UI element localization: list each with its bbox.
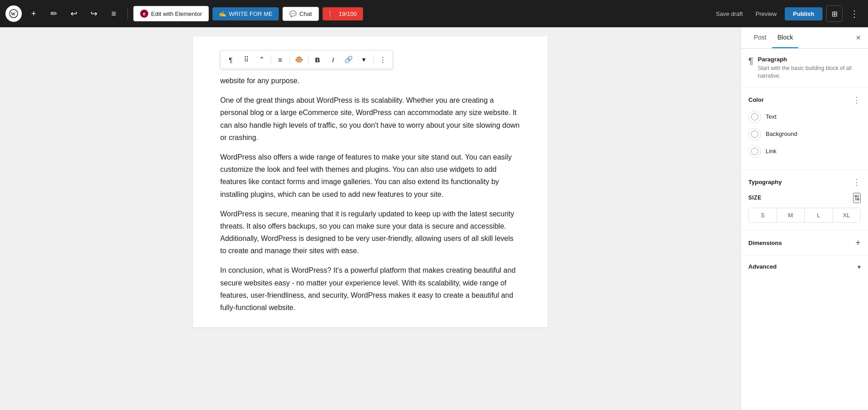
move-up-button[interactable]: ⌃ — [254, 52, 269, 67]
color-section-header: Color ⋮ — [748, 95, 861, 105]
text-color-circle[interactable] — [748, 110, 761, 123]
size-label: SIZE — [748, 195, 762, 201]
editor-area[interactable]: ¶ ⠿ ⌃ ≡ 🐵 B I 🔗 ▾ ⋮ website for any purp… — [0, 27, 741, 410]
typography-section-title: Typography — [748, 179, 782, 185]
typography-section: Typography ⋮ SIZE ⇅ S M L XL — [741, 170, 868, 230]
svg-text:W: W — [11, 11, 15, 16]
paragraph-4: In conclusion, what is WordPress? It's a… — [220, 264, 520, 314]
add-block-button[interactable]: + — [25, 5, 42, 22]
more-block-options-button[interactable]: ⋮ — [375, 52, 390, 67]
background-color-circle[interactable] — [748, 128, 761, 140]
color-more-button[interactable]: ⋮ — [853, 95, 861, 105]
counter-label: 19/100 — [339, 10, 357, 17]
avatar-button[interactable]: 🐵 — [292, 52, 306, 67]
paragraph-block-info: ¶ Paragraph Start with the basic buildin… — [748, 56, 861, 80]
italic-button[interactable]: I — [326, 52, 340, 67]
link-color-inner — [751, 148, 758, 155]
main-area: ¶ ⠿ ⌃ ≡ 🐵 B I 🔗 ▾ ⋮ website for any purp… — [0, 27, 868, 410]
link-color-option[interactable]: Link — [748, 145, 861, 158]
editor-content[interactable]: website for any purpose. One of the grea… — [220, 75, 520, 314]
drag-handle-button[interactable]: ⠿ — [239, 52, 253, 67]
block-toolbar: ¶ ⠿ ⌃ ≡ 🐵 B I 🔗 ▾ ⋮ — [220, 50, 393, 69]
text-color-inner — [751, 113, 758, 120]
size-buttons: S M L XL — [748, 208, 861, 223]
paragraph-block-desc: Start with the basic building block of a… — [758, 65, 861, 80]
typography-more-button[interactable]: ⋮ — [853, 177, 861, 187]
italic-icon: I — [332, 56, 334, 64]
dimensions-header: Dimensions + — [748, 238, 861, 248]
size-m-button[interactable]: M — [777, 208, 805, 222]
size-controls-icon[interactable]: ⇅ — [853, 193, 861, 203]
view-toggle-button[interactable]: ⊞ — [826, 5, 843, 22]
align-button[interactable]: ≡ — [273, 52, 288, 67]
link-button[interactable]: 🔗 — [341, 52, 356, 67]
paragraph-type-button[interactable]: ¶ — [223, 52, 238, 67]
tab-post[interactable]: Post — [748, 27, 772, 48]
text-color-label: Text — [766, 113, 777, 120]
toolbar-sep-3 — [308, 55, 308, 64]
dropdown-button[interactable]: ▾ — [357, 52, 371, 67]
list-view-button[interactable]: ≡ — [106, 5, 122, 22]
size-xl-button[interactable]: XL — [833, 208, 861, 222]
background-color-inner — [751, 130, 758, 138]
paragraph-block-icon: ¶ — [748, 56, 753, 66]
dimensions-title: Dimensions — [748, 240, 782, 246]
redo-button[interactable]: ↪ — [86, 5, 102, 22]
dimensions-add-button[interactable]: + — [855, 238, 861, 248]
top-toolbar: W + ✏ ↩ ↪ ≡ e Edit with Elementor ✍ WRIT… — [0, 0, 868, 27]
publish-button[interactable]: Publish — [785, 7, 823, 20]
background-color-label: Background — [766, 130, 797, 137]
pencil-button[interactable]: ✏ — [45, 5, 62, 22]
paragraph-0: website for any purpose. — [220, 75, 520, 87]
more-options-button[interactable]: ⋮ — [846, 5, 863, 22]
editor-canvas: ¶ ⠿ ⌃ ≡ 🐵 B I 🔗 ▾ ⋮ website for any purp… — [193, 36, 548, 327]
undo-button[interactable]: ↩ — [66, 5, 82, 22]
background-color-option[interactable]: Background — [748, 128, 861, 140]
write-for-me-button[interactable]: ✍ WRITE FOR ME — [212, 7, 279, 20]
paragraph-block-section: ¶ Paragraph Start with the basic buildin… — [741, 49, 868, 88]
size-l-button[interactable]: L — [805, 208, 833, 222]
advanced-chevron-icon: ▾ — [858, 263, 861, 270]
flag-icon: 🚩 — [329, 10, 336, 17]
sidebar-close-button[interactable]: × — [856, 27, 861, 48]
sidebar: Post Block × ¶ Paragraph Start with the … — [741, 27, 868, 410]
edit-with-elementor-button[interactable]: e Edit with Elementor — [133, 6, 209, 21]
bold-button[interactable]: B — [310, 52, 325, 67]
toolbar-sep-2 — [289, 55, 290, 64]
typography-section-header: Typography ⋮ — [748, 177, 861, 187]
toolbar-sep-1 — [271, 55, 271, 64]
toolbar-separator-1 — [127, 8, 128, 19]
color-section: Color ⋮ Text Background Link — [741, 88, 868, 170]
link-color-label: Link — [766, 148, 777, 155]
color-section-title: Color — [748, 96, 764, 103]
advanced-section: Advanced ▾ — [741, 256, 868, 278]
save-draft-button[interactable]: Save draft — [712, 7, 747, 20]
size-s-button[interactable]: S — [749, 208, 777, 222]
paragraph-3: WordPress is secure, meaning that it is … — [220, 208, 520, 257]
advanced-header[interactable]: Advanced ▾ — [748, 263, 861, 270]
paragraph-2: WordPress also offers a wide range of fe… — [220, 151, 520, 200]
chat-button[interactable]: 💬 Chat — [283, 7, 318, 21]
write-button-label: WRITE FOR ME — [229, 10, 273, 17]
text-color-option[interactable]: Text — [748, 110, 861, 123]
chat-icon: 💬 — [289, 10, 297, 17]
paragraph-block-title: Paragraph — [758, 56, 861, 63]
link-color-circle[interactable] — [748, 145, 761, 158]
tab-block[interactable]: Block — [772, 27, 798, 48]
write-icon: ✍ — [219, 10, 226, 17]
paragraph-info: Paragraph Start with the basic building … — [758, 56, 861, 80]
elementor-button-label: Edit with Elementor — [151, 10, 202, 17]
counter-button[interactable]: 🚩 19/100 — [323, 7, 363, 20]
chat-button-label: Chat — [299, 10, 312, 17]
dimensions-section: Dimensions + — [741, 230, 868, 256]
preview-button[interactable]: Preview — [751, 7, 781, 20]
elementor-icon: e — [140, 10, 148, 18]
advanced-title: Advanced — [748, 263, 777, 270]
wp-logo: W — [5, 5, 22, 22]
bold-icon: B — [315, 56, 320, 64]
sidebar-tabs: Post Block × — [741, 27, 868, 49]
paragraph-1: One of the great things about WordPress … — [220, 94, 520, 144]
toolbar-sep-4 — [373, 55, 373, 64]
size-row: SIZE ⇅ — [748, 193, 861, 203]
